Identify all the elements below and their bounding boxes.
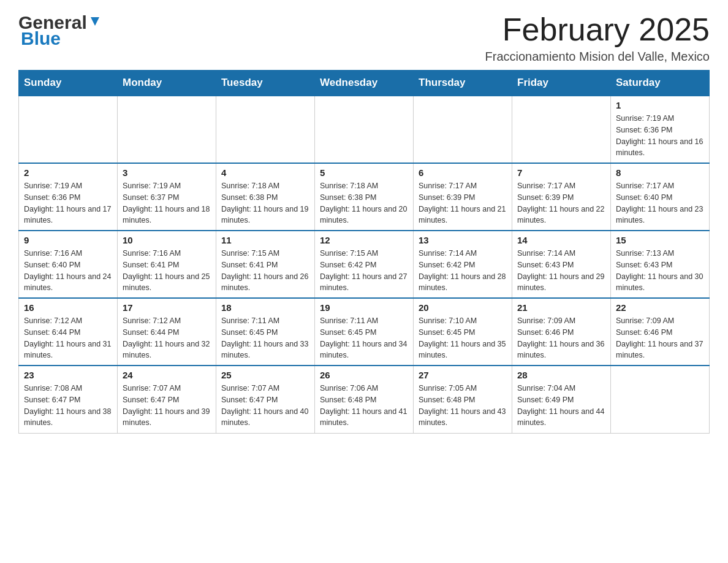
day-info: Sunrise: 7:15 AMSunset: 6:42 PMDaylight:… [320, 248, 408, 294]
calendar-cell [414, 96, 512, 163]
day-number: 8 [616, 167, 704, 178]
col-friday: Friday [512, 71, 611, 96]
calendar-cell: 2Sunrise: 7:19 AMSunset: 6:36 PMDaylight… [19, 163, 118, 231]
day-info: Sunrise: 7:06 AMSunset: 6:48 PMDaylight:… [320, 383, 408, 429]
day-number: 5 [320, 167, 408, 178]
day-number: 16 [24, 302, 112, 313]
day-info: Sunrise: 7:12 AMSunset: 6:44 PMDaylight:… [123, 315, 211, 361]
calendar-cell: 24Sunrise: 7:07 AMSunset: 6:47 PMDayligh… [118, 366, 216, 433]
col-monday: Monday [118, 71, 216, 96]
title-section: February 2025 Fraccionamiento Mision del… [485, 12, 710, 64]
week-row-4: 16Sunrise: 7:12 AMSunset: 6:44 PMDayligh… [19, 298, 710, 366]
calendar-cell: 16Sunrise: 7:12 AMSunset: 6:44 PMDayligh… [19, 298, 118, 366]
calendar-cell: 11Sunrise: 7:15 AMSunset: 6:41 PMDayligh… [216, 231, 315, 298]
day-number: 23 [24, 370, 112, 380]
day-info: Sunrise: 7:10 AMSunset: 6:45 PMDaylight:… [419, 315, 507, 361]
day-number: 3 [123, 167, 211, 178]
day-info: Sunrise: 7:14 AMSunset: 6:43 PMDaylight:… [517, 248, 605, 294]
calendar-cell: 19Sunrise: 7:11 AMSunset: 6:45 PMDayligh… [315, 298, 414, 366]
day-number: 1 [616, 100, 704, 110]
day-info: Sunrise: 7:16 AMSunset: 6:40 PMDaylight:… [24, 248, 112, 294]
day-info: Sunrise: 7:04 AMSunset: 6:49 PMDaylight:… [517, 383, 605, 429]
calendar-cell [315, 96, 414, 163]
page-subtitle: Fraccionamiento Mision del Valle, Mexico [485, 50, 710, 64]
day-number: 7 [517, 167, 605, 178]
calendar-cell: 15Sunrise: 7:13 AMSunset: 6:43 PMDayligh… [611, 231, 710, 298]
week-row-1: 1Sunrise: 7:19 AMSunset: 6:36 PMDaylight… [19, 96, 710, 163]
day-number: 2 [24, 167, 112, 178]
calendar-header-row: Sunday Monday Tuesday Wednesday Thursday… [19, 71, 710, 96]
day-number: 27 [419, 370, 507, 380]
logo-arrow-icon [88, 15, 102, 28]
day-number: 6 [419, 167, 507, 178]
calendar-cell: 14Sunrise: 7:14 AMSunset: 6:43 PMDayligh… [512, 231, 611, 298]
day-number: 24 [123, 370, 211, 380]
day-number: 9 [24, 235, 112, 245]
col-saturday: Saturday [611, 71, 710, 96]
day-info: Sunrise: 7:07 AMSunset: 6:47 PMDaylight:… [221, 383, 309, 429]
day-info: Sunrise: 7:16 AMSunset: 6:41 PMDaylight:… [123, 248, 211, 294]
day-number: 11 [221, 235, 309, 245]
day-number: 22 [616, 302, 704, 313]
calendar-cell: 8Sunrise: 7:17 AMSunset: 6:40 PMDaylight… [611, 163, 710, 231]
day-number: 20 [419, 302, 507, 313]
calendar-cell: 7Sunrise: 7:17 AMSunset: 6:39 PMDaylight… [512, 163, 611, 231]
calendar-cell: 13Sunrise: 7:14 AMSunset: 6:42 PMDayligh… [414, 231, 512, 298]
day-info: Sunrise: 7:09 AMSunset: 6:46 PMDaylight:… [616, 315, 704, 361]
calendar-cell: 21Sunrise: 7:09 AMSunset: 6:46 PMDayligh… [512, 298, 611, 366]
day-number: 26 [320, 370, 408, 380]
calendar-cell: 18Sunrise: 7:11 AMSunset: 6:45 PMDayligh… [216, 298, 315, 366]
day-info: Sunrise: 7:15 AMSunset: 6:41 PMDaylight:… [221, 248, 309, 294]
day-info: Sunrise: 7:17 AMSunset: 6:40 PMDaylight:… [616, 180, 704, 226]
day-info: Sunrise: 7:11 AMSunset: 6:45 PMDaylight:… [221, 315, 309, 361]
calendar-cell: 10Sunrise: 7:16 AMSunset: 6:41 PMDayligh… [118, 231, 216, 298]
calendar-cell: 17Sunrise: 7:12 AMSunset: 6:44 PMDayligh… [118, 298, 216, 366]
day-info: Sunrise: 7:17 AMSunset: 6:39 PMDaylight:… [517, 180, 605, 226]
calendar-cell: 6Sunrise: 7:17 AMSunset: 6:39 PMDaylight… [414, 163, 512, 231]
day-info: Sunrise: 7:17 AMSunset: 6:39 PMDaylight:… [419, 180, 507, 226]
day-number: 13 [419, 235, 507, 245]
calendar-cell: 26Sunrise: 7:06 AMSunset: 6:48 PMDayligh… [315, 366, 414, 433]
calendar-cell: 4Sunrise: 7:18 AMSunset: 6:38 PMDaylight… [216, 163, 315, 231]
day-number: 21 [517, 302, 605, 313]
calendar-cell [19, 96, 118, 163]
day-info: Sunrise: 7:19 AMSunset: 6:36 PMDaylight:… [24, 180, 112, 226]
day-number: 15 [616, 235, 704, 245]
day-info: Sunrise: 7:19 AMSunset: 6:36 PMDaylight:… [616, 113, 704, 159]
day-number: 12 [320, 235, 408, 245]
day-info: Sunrise: 7:09 AMSunset: 6:46 PMDaylight:… [517, 315, 605, 361]
day-number: 28 [517, 370, 605, 380]
day-number: 4 [221, 167, 309, 178]
day-info: Sunrise: 7:18 AMSunset: 6:38 PMDaylight:… [221, 180, 309, 226]
calendar-cell [611, 366, 710, 433]
day-number: 25 [221, 370, 309, 380]
calendar-cell: 9Sunrise: 7:16 AMSunset: 6:40 PMDaylight… [19, 231, 118, 298]
col-thursday: Thursday [414, 71, 512, 96]
day-number: 14 [517, 235, 605, 245]
calendar-cell: 20Sunrise: 7:10 AMSunset: 6:45 PMDayligh… [414, 298, 512, 366]
day-info: Sunrise: 7:18 AMSunset: 6:38 PMDaylight:… [320, 180, 408, 226]
day-info: Sunrise: 7:12 AMSunset: 6:44 PMDaylight:… [24, 315, 112, 361]
calendar-cell: 28Sunrise: 7:04 AMSunset: 6:49 PMDayligh… [512, 366, 611, 433]
calendar-cell: 5Sunrise: 7:18 AMSunset: 6:38 PMDaylight… [315, 163, 414, 231]
day-number: 18 [221, 302, 309, 313]
calendar-cell [512, 96, 611, 163]
day-info: Sunrise: 7:08 AMSunset: 6:47 PMDaylight:… [24, 383, 112, 429]
col-sunday: Sunday [19, 71, 118, 96]
calendar-cell [118, 96, 216, 163]
day-number: 17 [123, 302, 211, 313]
calendar-cell: 1Sunrise: 7:19 AMSunset: 6:36 PMDaylight… [611, 96, 710, 163]
calendar-cell [216, 96, 315, 163]
day-info: Sunrise: 7:13 AMSunset: 6:43 PMDaylight:… [616, 248, 704, 294]
day-info: Sunrise: 7:07 AMSunset: 6:47 PMDaylight:… [123, 383, 211, 429]
day-info: Sunrise: 7:05 AMSunset: 6:48 PMDaylight:… [419, 383, 507, 429]
col-tuesday: Tuesday [216, 71, 315, 96]
logo: General Blue [18, 12, 102, 49]
logo-blue-text: Blue [21, 28, 61, 49]
day-info: Sunrise: 7:19 AMSunset: 6:37 PMDaylight:… [123, 180, 211, 226]
calendar-cell: 25Sunrise: 7:07 AMSunset: 6:47 PMDayligh… [216, 366, 315, 433]
day-info: Sunrise: 7:11 AMSunset: 6:45 PMDaylight:… [320, 315, 408, 361]
svg-marker-0 [91, 17, 99, 26]
week-row-3: 9Sunrise: 7:16 AMSunset: 6:40 PMDaylight… [19, 231, 710, 298]
calendar-cell: 12Sunrise: 7:15 AMSunset: 6:42 PMDayligh… [315, 231, 414, 298]
